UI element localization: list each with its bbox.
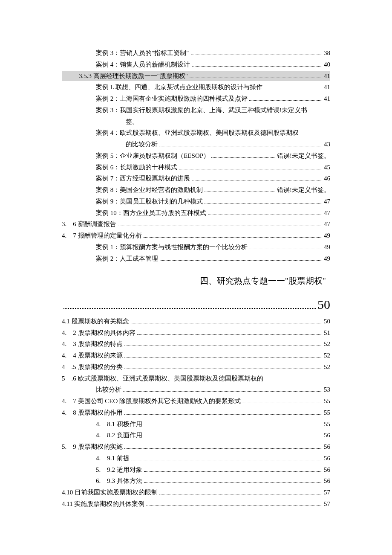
toc-page-number: 50 xyxy=(324,316,330,327)
toc-page-number: 40 xyxy=(324,59,330,70)
toc-entry-highlighted: 3.5.3 高层经理长期激励一一"股票期权" 41 xyxy=(62,71,330,81)
toc-page-number: 49 xyxy=(324,253,330,264)
toc-entry: 4. 9.1 前提 56 xyxy=(62,453,330,464)
toc-page-number: 错误!未定义书签。 xyxy=(277,151,330,161)
toc-label: 4.1 股票期权的有关概念 xyxy=(62,316,129,327)
toc-entry: 案例 8：美国企业对经营者的激励机制 错误!未定义书签。 xyxy=(62,185,330,195)
toc-label: 案例 3：营销人员的"指标工资制" xyxy=(96,48,189,58)
toc-page-number: 56 xyxy=(324,476,330,486)
toc-entry: 4.1 股票期权的有关概念 50 xyxy=(62,316,330,327)
toc-leader-dots xyxy=(118,225,323,226)
toc-leader-dots xyxy=(63,308,316,309)
toc-label: 签。 xyxy=(126,116,138,127)
toc-entry: 4. 8.1 积极作用 55 xyxy=(62,419,330,430)
document-page: 案例 3：营销人员的"指标工资制" 38 案例 4：销售人员的薪酬机制设计 40… xyxy=(0,0,392,553)
toc-label: 案例 2：上海国有企业实施期股激励的四种模式及点评 xyxy=(96,93,248,104)
toc-label: 4. 7 美国公司 CEO 除股票期权外其它长期激励收入的要紧形式 xyxy=(62,396,241,407)
toc-entry-continuation: 签。 xyxy=(62,116,330,127)
toc-page-number: 47 xyxy=(324,219,330,230)
toc-page-number: 错误!未定义书签。 xyxy=(277,185,330,195)
toc-page-number: 53 xyxy=(324,384,330,395)
toc-page-number: 45 xyxy=(324,162,330,173)
toc-entry: 4. 8 股票期权的作用 55 xyxy=(62,407,330,418)
toc-entry: 案例 2：上海国有企业实施期股激励的四种模式及点评 41 xyxy=(62,93,330,104)
toc-page-number: 57 xyxy=(324,499,330,509)
toc-label: 4. 8.2 负面作用 xyxy=(96,430,142,441)
toc-leader-dots xyxy=(159,494,322,494)
toc-label: 案例 6：长期激励的十种模式 xyxy=(96,162,177,173)
toc-label: 案例 3：我国实行股票期权激励的北京、上海、武汉三种模式错误!未定义书 xyxy=(96,107,307,113)
toc-label: 比较分析 xyxy=(96,384,121,395)
toc-entry: 4 .5 股票期权的分类 52 xyxy=(62,362,330,372)
toc-label: 5. 9 股票期权的实施 xyxy=(62,442,123,452)
toc-leader-dots xyxy=(159,145,322,146)
toc-label: 案例 7：西方经理股票期权的进展 xyxy=(96,173,190,184)
toc-section-page-line: 50 xyxy=(62,294,330,315)
toc-page-number: 46 xyxy=(324,173,330,184)
toc-label: 案例 L 联想、四通、北京某试点企业期股期权的设计与操作 xyxy=(96,82,262,93)
toc-page-number: 49 xyxy=(324,230,330,241)
toc-page-number: 56 xyxy=(324,442,330,452)
toc-leader-dots xyxy=(179,169,322,169)
toc-entry: 4.11 实施股票期权的具体案例 57 xyxy=(62,499,330,509)
toc-entry: 3. 6 薪酬调查报告 47 xyxy=(62,219,330,230)
toc-label: 4.10 目前我国实施股票期权的限制 xyxy=(62,487,158,498)
toc-label: 案例 4：销售人员的薪酬机制设计 xyxy=(96,59,190,70)
toc-entry: 4. 4 股票期权的来源 52 xyxy=(62,350,330,361)
toc-leader-dots xyxy=(249,248,322,249)
toc-leader-dots xyxy=(192,180,322,180)
toc-leader-dots xyxy=(124,345,323,346)
toc-leader-dots xyxy=(242,402,322,403)
toc-label: 5. 9.2 适用对象 xyxy=(96,465,142,475)
toc-entry: 案例 9：美国员工股权计划的几种模式 47 xyxy=(62,196,330,207)
toc-leader-dots xyxy=(124,368,323,369)
toc-label: 案例 2：人工成本管理 xyxy=(96,253,158,264)
toc-entry: 5. 9 股票期权的实施 56 xyxy=(62,442,330,452)
toc-page-number: 56 xyxy=(324,465,330,475)
toc-leader-dots xyxy=(131,323,323,323)
toc-label: 4. 9.1 前提 xyxy=(96,453,130,464)
toc-entry-wrapped: 5 .6 欧式股票期权、亚洲式股票期权、美国股票期权及德国股票期权的 xyxy=(62,373,330,384)
toc-label: 4. 3 股票期权的特点 xyxy=(62,339,123,349)
toc-label: 的比较分析 xyxy=(126,139,158,150)
section-heading: 四、研究热点专题一一"股票期权" xyxy=(62,274,330,288)
toc-page-number: 55 xyxy=(324,419,330,430)
toc-page-number: 49 xyxy=(324,242,330,253)
toc-entry: 4. 3 股票期权的特点 52 xyxy=(62,339,330,349)
toc-leader-dots xyxy=(124,448,323,449)
toc-label: 案例 4：欧式股票期权、亚洲式股票期权、美国股票期权及德国股票期权 xyxy=(96,129,299,136)
toc-label: 案例 10：西方企业员工持股的五种模式 xyxy=(96,208,206,218)
toc-entry: 案例 1：预算报酬方案与线性报酬方案的一个比较分析 49 xyxy=(62,242,330,253)
toc-entry-wrapped: 案例 4：欧式股票期权、亚洲式股票期权、美国股票期权及德国股票期权 xyxy=(62,128,330,138)
toc-leader-dots xyxy=(264,88,322,89)
toc-entry: 案例 4：销售人员的薪酬机制设计 40 xyxy=(62,59,330,70)
toc-leader-dots xyxy=(205,191,275,192)
toc-page-number: 51 xyxy=(324,328,330,338)
toc-leader-dots xyxy=(131,459,322,460)
toc-label: 5 .6 欧式股票期权、亚洲式股票期权、美国股票期权及德国股票期权的 xyxy=(62,375,263,382)
toc-leader-dots xyxy=(144,436,322,437)
toc-page-number: 41 xyxy=(324,93,330,104)
toc-leader-dots xyxy=(123,391,322,392)
toc-entry: 4. 2 股票期权的具体内容 51 xyxy=(62,328,330,338)
toc-leader-dots xyxy=(191,54,323,55)
toc-section-page-number: 50 xyxy=(317,294,330,315)
toc-leader-dots xyxy=(208,214,322,215)
toc-leader-dots xyxy=(144,237,323,238)
toc-label: 4. 4 股票期权的来源 xyxy=(62,350,123,361)
toc-entry: 4. 7 美国公司 CEO 除股票期权外其它长期激励收入的要紧形式 55 xyxy=(62,396,330,407)
toc-page-number: 55 xyxy=(324,407,330,418)
toc-leader-dots xyxy=(124,357,323,357)
toc-page-number: 57 xyxy=(324,487,330,498)
toc-leader-dots xyxy=(160,260,322,261)
toc-label: 4. 2 股票期权的具体内容 xyxy=(62,328,135,338)
toc-leader-dots xyxy=(144,471,322,472)
toc-page-number: 41 xyxy=(324,71,330,81)
toc-label: 案例 1：预算报酬方案与线性报酬方案的一个比较分析 xyxy=(96,242,248,253)
toc-page-number: 55 xyxy=(324,396,330,407)
toc-entry-wrapped: 案例 3：我国实行股票期权激励的北京、上海、武汉三种模式错误!未定义书 xyxy=(62,105,330,116)
toc-label: 3.5.3 高层经理长期激励一一"股票期权" xyxy=(79,71,188,81)
toc-entry: 案例 L 联想、四通、北京某试点企业期股期权的设计与操作 41 xyxy=(62,82,330,93)
toc-page-number: 43 xyxy=(324,139,330,150)
toc-leader-dots xyxy=(146,505,322,506)
